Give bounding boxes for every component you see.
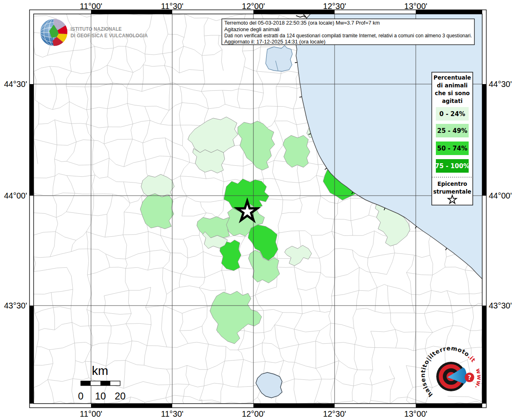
earthquake-animal-agitation-map: 11°00' 11°30' 12°00' 12°30' 13°00' 11°00… xyxy=(0,0,515,420)
scale-unit-label: km xyxy=(92,364,108,377)
legend-title: che si sono xyxy=(435,90,469,96)
scale-tick-20: 20 xyxy=(115,390,126,402)
frame-segment xyxy=(91,10,172,14)
map-interior xyxy=(32,12,484,406)
logo-question-mark: ? xyxy=(468,374,472,381)
scale-tick-0: 0 xyxy=(78,390,83,402)
frame-segment xyxy=(253,10,335,14)
ingv-name-line1: ISTITUTO NAZIONALE xyxy=(71,26,122,32)
scale-bar-segment xyxy=(81,381,91,386)
frame-segment xyxy=(416,404,482,408)
frame-segment xyxy=(253,404,335,408)
title-box: Terremoto del 05-03-2018 22:50:35 (ora l… xyxy=(222,19,474,45)
frame-segment xyxy=(91,404,172,408)
lat-tick-left: 44°00' xyxy=(4,191,27,200)
lat-tick-left: 44°30' xyxy=(4,80,27,89)
comacchio-lagoon xyxy=(266,46,292,71)
lat-tick-left: 43°30' xyxy=(4,301,27,310)
frame-segment xyxy=(482,306,486,404)
legend-label-75-100: 75 - 100% xyxy=(435,162,469,170)
lon-tick-top: 13°00' xyxy=(404,2,427,11)
legend-label-0-24: 0 - 24% xyxy=(439,110,465,118)
legend-title: Percentuale xyxy=(433,74,471,81)
region-25-49pct xyxy=(283,135,310,167)
frame-segment xyxy=(30,84,34,196)
legend-title: agitati xyxy=(442,98,463,104)
legend: Percentuale di animali che si sono agita… xyxy=(432,72,473,205)
scale-tick-10: 10 xyxy=(95,390,106,402)
lon-tick-bottom: 13°00' xyxy=(404,409,427,418)
lon-tick-bottom: 12°30' xyxy=(323,409,346,418)
title-line-disclaimer: Dati non verificati estratti da 124 ques… xyxy=(224,32,472,39)
lat-tick-right: 43°30' xyxy=(489,301,512,310)
frame-segment xyxy=(30,306,34,404)
lon-tick-bottom: 11°30' xyxy=(161,409,184,418)
frame-segment xyxy=(482,84,486,196)
lon-tick-top: 11°30' xyxy=(161,2,184,11)
lon-tick-top: 12°30' xyxy=(323,2,346,11)
lon-tick-bottom: 11°00' xyxy=(80,409,103,418)
lon-tick-top: 11°00' xyxy=(80,2,103,11)
lon-tick-top: 12°00' xyxy=(242,2,265,11)
map-canvas: 11°00' 11°30' 12°00' 12°30' 13°00' 11°00… xyxy=(0,0,515,420)
title-line-subject: Agitazione degli animali xyxy=(224,26,279,32)
title-line-updated: Aggiornato il: 17-12-2025 14:31 (ora loc… xyxy=(224,39,326,45)
legend-title: di animali xyxy=(437,82,468,89)
legend-label-50-74: 50 - 74% xyxy=(437,145,467,152)
scale-bar-segment xyxy=(100,381,110,386)
lat-tick-right: 44°30' xyxy=(489,80,512,89)
lon-tick-bottom: 12°00' xyxy=(242,409,265,418)
lat-tick-right: 44°00' xyxy=(489,191,512,200)
legend-epicenter-label: Epicentro xyxy=(438,180,467,187)
ingv-name-line2: DI GEOFISICA E VULCANOLOGIA xyxy=(71,32,148,39)
title-line-event: Terremoto del 05-03-2018 22:50:35 (ora l… xyxy=(224,20,380,26)
legend-epicenter-label: strumentale xyxy=(433,188,472,195)
legend-label-25-49: 25 - 49% xyxy=(437,127,467,135)
